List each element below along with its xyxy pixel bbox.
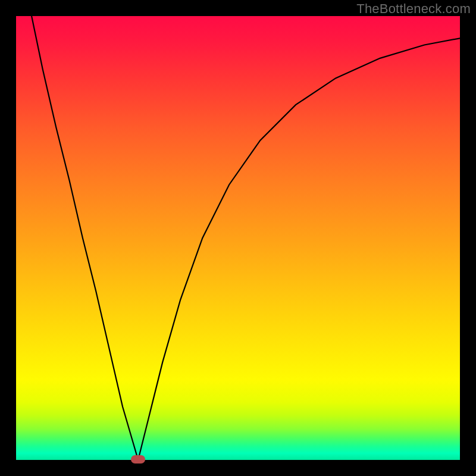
plot-area [16,16,460,460]
minimum-marker [131,455,145,464]
curve-right-branch [138,38,460,460]
curve-layer [16,16,460,460]
curve-left-branch [32,16,138,460]
watermark-text: TheBottleneck.com [356,1,471,17]
chart-frame: TheBottleneck.com [0,0,476,476]
